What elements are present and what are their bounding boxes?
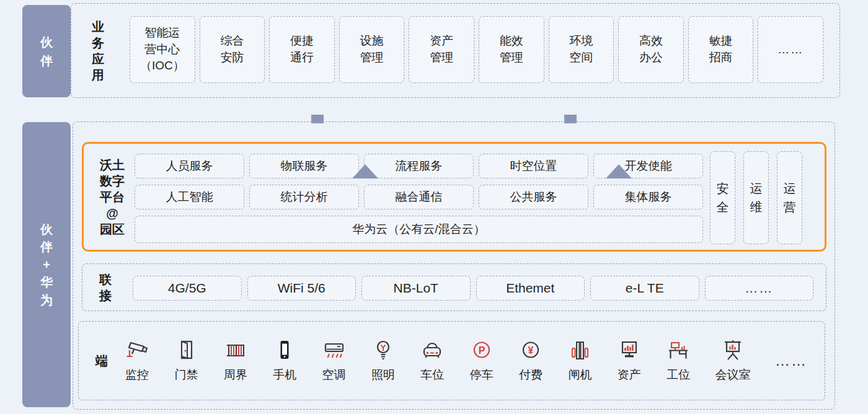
terminal-item-label: 空调 (322, 367, 346, 383)
pillar-om: 运 维 (743, 151, 769, 244)
app-box-office: 高效 办公 (618, 16, 684, 83)
terminal-row: 监控 门禁 周界 (125, 322, 807, 400)
terminal-item-ac: 空调 (322, 339, 347, 383)
connect-row: 4G/5G WiFi 5/6 NB-LoT Ethemet e-L TE …… (133, 276, 813, 301)
terminal-item-label: 停车 (470, 367, 494, 383)
link-box-ethernet: Ethemet (476, 276, 585, 301)
terminal-item-parking-space: 车位 (420, 339, 445, 383)
partner-huawei-band: 沃土 数字 平台 @ 园区 人员服务 物联服务 流程服务 时空位置 开发使能 人… (73, 121, 835, 410)
architecture-diagram: 伙 伴 业 务 应 用 智能运 营中心 （IOC） 综合 安防 便捷 通行 设施… (0, 0, 868, 414)
terminal-item-monitoring: 监控 (125, 339, 149, 383)
terminal-item-perimeter: 周界 (223, 339, 248, 383)
service-box-process: 流程服务 (364, 154, 474, 178)
light-bulb-icon (371, 339, 396, 361)
service-box-personnel: 人员服务 (135, 154, 244, 178)
link-box-more: …… (705, 276, 814, 301)
terminal-item-label: 监控 (125, 367, 149, 383)
meeting-board-icon (720, 339, 745, 361)
app-box-security: 综合 安防 (200, 16, 265, 83)
terminal-item-label: 资产 (618, 367, 641, 383)
huawei-cloud-box: 华为云（公有云/混合云） (135, 216, 703, 243)
turnstile-gate-icon (567, 339, 592, 361)
terminal-item-workstation: 工位 (666, 339, 691, 383)
app-box-asset: 资产 管理 (409, 16, 474, 83)
perimeter-fence-icon (223, 339, 248, 361)
service-box-public: 公共服务 (479, 185, 588, 209)
cctv-camera-icon (125, 339, 149, 361)
service-box-collective: 集体服务 (593, 185, 703, 209)
terminal-item-phone: 手机 (272, 339, 297, 383)
workstation-desk-icon (666, 339, 691, 361)
terminal-item-label: 照明 (371, 367, 395, 383)
terminal-item-label: 门禁 (174, 367, 198, 383)
link-box-wifi: WiFi 5/6 (247, 276, 356, 301)
terminal-item-parking: P 停车 (469, 339, 494, 383)
app-box-more: …… (758, 16, 823, 83)
terminal-item-meeting-room: 会议室 (715, 339, 751, 383)
terminal-item-label: 付费 (519, 367, 542, 383)
app-box-energy: 能效 管理 (479, 16, 544, 83)
service-box-spacetime: 时空位置 (479, 154, 588, 178)
up-arrow-icon (352, 164, 378, 178)
platform-pillars: 安 全 运 维 运 营 (710, 151, 802, 244)
svg-text:P: P (478, 345, 485, 355)
up-arrow-icon (606, 164, 632, 178)
terminal-item-door-access: 门禁 (174, 339, 198, 383)
terminal-band: 端 监控 (78, 321, 825, 400)
terminal-item-label: 工位 (666, 367, 690, 383)
business-apps-band: 业 务 应 用 智能运 营中心 （IOC） 综合 安防 便捷 通行 设施 管理 … (71, 3, 840, 98)
terminal-item-payment: ¥ 付费 (518, 339, 543, 383)
apps-row: 智能运 营中心 （IOC） 综合 安防 便捷 通行 设施 管理 资产 管理 能效… (130, 16, 823, 83)
app-box-ioc: 智能运 营中心 （IOC） (130, 16, 195, 83)
air-conditioner-icon (322, 339, 347, 361)
terminal-item-label: 手机 (273, 367, 296, 383)
connect-label: 联 接 (99, 271, 112, 304)
app-box-facility: 设施 管理 (339, 16, 405, 83)
terminal-item-label: 周界 (224, 367, 247, 383)
app-box-environment: 环境 空间 (549, 16, 614, 83)
door-access-icon (174, 339, 198, 361)
terminal-item-label: 车位 (420, 367, 444, 383)
terminal-item-label: 闸机 (568, 367, 591, 383)
partner-huawei-pillar: 伙 伴 + 华 为 (22, 122, 71, 407)
pillar-security: 安 全 (710, 151, 735, 244)
digital-platform-box: 沃土 数字 平台 @ 园区 人员服务 物联服务 流程服务 时空位置 开发使能 人… (82, 142, 826, 252)
link-box-elte: e-L TE (590, 276, 699, 301)
app-box-investment: 敏捷 招商 (688, 16, 754, 83)
service-box-statistics: 统计分析 (249, 185, 359, 209)
parking-sign-icon: P (469, 339, 494, 361)
terminal-label: 端 (95, 353, 108, 369)
pillar-operation: 运 营 (777, 151, 802, 244)
digital-platform-label: 沃土 数字 平台 @ 园区 (99, 157, 126, 237)
terminal-more-ellipsis: …… (775, 352, 807, 369)
svg-text:¥: ¥ (528, 345, 534, 355)
service-box-iot: 物联服务 (249, 154, 359, 178)
service-box-comms: 融合通信 (364, 185, 474, 209)
partner-pillar: 伙 伴 (22, 5, 71, 97)
connect-band: 联 接 4G/5G WiFi 5/6 NB-LoT Ethemet e-L TE… (82, 263, 826, 311)
platform-services-row2: 人工智能 统计分析 融合通信 公共服务 集体服务 (135, 185, 703, 209)
link-box-4g5g: 4G/5G (133, 276, 242, 301)
mobile-phone-icon (272, 339, 297, 361)
terminal-item-asset: 资产 (617, 339, 642, 383)
yuan-payment-icon: ¥ (518, 339, 543, 361)
terminal-item-label: 会议室 (715, 367, 751, 383)
business-apps-label: 业 务 应 用 (92, 19, 104, 83)
terminal-item-lighting: 照明 (371, 339, 396, 383)
terminal-item-gate: 闸机 (567, 339, 592, 383)
link-box-nbiot: NB-LoT (361, 276, 471, 301)
app-box-access: 便捷 通行 (269, 16, 335, 83)
service-box-ai: 人工智能 (135, 185, 244, 209)
asset-monitor-icon (617, 339, 642, 361)
car-icon (420, 339, 445, 361)
